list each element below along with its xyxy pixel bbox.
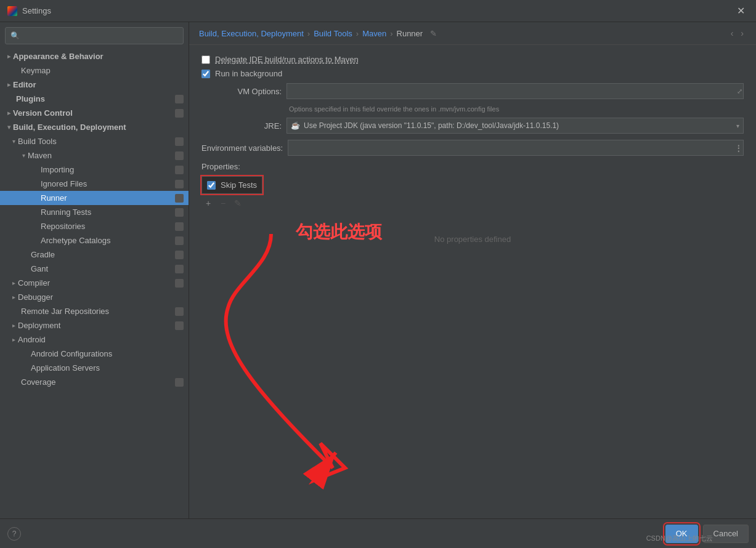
- jre-row: JRE: ☕ Use Project JDK (java version "11…: [201, 118, 744, 134]
- content-area: 🔍 ▸Appearance & BehaviorKeymap▸EditorPlu…: [0, 22, 756, 518]
- sidebar-badge-maven: [175, 151, 184, 160]
- env-vars-input-wrapper: ⋮: [288, 140, 744, 156]
- sidebar-item-gradle[interactable]: Gradle: [0, 248, 189, 262]
- bottom-bar: ? OK Cancel: [0, 518, 756, 548]
- sidebar-item-repositories[interactable]: Repositories: [0, 219, 189, 233]
- toolbar-buttons: + − ✎: [201, 196, 744, 210]
- sidebar-item-label-debugger: Debugger: [18, 292, 53, 302]
- title-bar: Settings ✕: [0, 0, 756, 22]
- run-background-checkbox[interactable]: [201, 70, 210, 78]
- close-button[interactable]: ✕: [733, 4, 749, 18]
- breadcrumb-part-2[interactable]: Maven: [362, 29, 386, 38]
- sidebar-item-gant[interactable]: Gant: [0, 262, 189, 276]
- sidebar-item-label-importing: Importing: [41, 165, 74, 174]
- sidebar-badge-gant: [175, 265, 184, 273]
- sidebar-item-coverage[interactable]: Coverage: [0, 375, 189, 389]
- breadcrumb-bar: Build, Execution, Deployment › Build Too…: [189, 22, 756, 45]
- nav-forward-button[interactable]: ›: [738, 28, 746, 38]
- browse-icon[interactable]: ⋮: [734, 143, 742, 153]
- expand-arrow-maven: ▾: [22, 152, 25, 159]
- breadcrumb-sep-1: ›: [356, 29, 359, 38]
- sidebar-badge-coverage: [175, 378, 184, 387]
- panel-content: Delegate IDE build/run actions to Maven …: [189, 45, 756, 518]
- sidebar-item-debugger[interactable]: ▸Debugger: [0, 290, 189, 304]
- sidebar-item-importing[interactable]: Importing: [0, 163, 189, 177]
- sidebar-item-running-tests[interactable]: Running Tests: [0, 205, 189, 219]
- delegate-checkbox[interactable]: [201, 55, 210, 64]
- sidebar-badge-build-tools: [175, 137, 184, 146]
- sidebar-item-application-servers[interactable]: Application Servers: [0, 361, 189, 375]
- sidebar-item-build-tools[interactable]: ▾Build Tools: [0, 134, 189, 148]
- expand-arrow-android: ▸: [12, 336, 15, 343]
- sidebar-badge-repositories: [175, 222, 184, 231]
- sidebar-item-build-exec-deploy[interactable]: ▾Build, Execution, Deployment: [0, 120, 189, 134]
- breadcrumb-part-0[interactable]: Build, Execution, Deployment: [199, 29, 304, 38]
- sidebar-item-label-version-control: Version Control: [13, 108, 73, 118]
- vm-options-input-wrapper: ⤢: [287, 83, 744, 99]
- skip-tests-box[interactable]: Skip Tests: [201, 176, 262, 194]
- env-vars-label: Environment variables:: [201, 143, 283, 153]
- sidebar-item-version-control[interactable]: ▸Version Control: [0, 106, 189, 120]
- jre-select[interactable]: ☕ Use Project JDK (java version "11.0.15…: [287, 118, 744, 134]
- action-buttons: OK Cancel: [665, 525, 749, 543]
- app-icon: [7, 6, 17, 16]
- properties-label: Properties:: [201, 162, 744, 171]
- sidebar-badge-deployment: [175, 321, 184, 330]
- sidebar-item-label-repositories: Repositories: [41, 222, 85, 231]
- settings-dialog: Settings ✕ 🔍 ▸Appearance & BehaviorKeyma…: [0, 0, 756, 548]
- sidebar-badge-running-tests: [175, 208, 184, 217]
- jre-label: JRE:: [201, 121, 282, 131]
- delegate-checkbox-row: Delegate IDE build/run actions to Maven: [201, 55, 744, 64]
- sidebar: 🔍 ▸Appearance & BehaviorKeymap▸EditorPlu…: [0, 22, 189, 518]
- no-properties-text: No properties defined: [201, 235, 744, 244]
- expand-arrow-version-control: ▸: [7, 110, 10, 116]
- sidebar-item-archetype-catalogs[interactable]: Archetype Catalogs: [0, 233, 189, 248]
- remove-property-button[interactable]: −: [216, 196, 230, 210]
- sidebar-item-label-runner: Runner: [41, 193, 67, 203]
- breadcrumb-edit-icon[interactable]: ✎: [430, 29, 437, 38]
- run-background-label[interactable]: Run in background: [215, 69, 282, 78]
- delegate-label[interactable]: Delegate IDE build/run actions to Maven: [215, 55, 359, 64]
- expand-arrow-compiler: ▸: [12, 280, 15, 286]
- vm-options-row: VM Options: ⤢: [201, 83, 744, 99]
- search-input[interactable]: [22, 31, 178, 40]
- help-button[interactable]: ?: [7, 527, 21, 541]
- search-box[interactable]: 🔍: [5, 27, 184, 44]
- sidebar-item-android-configurations[interactable]: Android Configurations: [0, 347, 189, 361]
- env-vars-input[interactable]: [288, 140, 744, 156]
- cancel-button[interactable]: Cancel: [703, 525, 749, 543]
- sidebar-badge-ignored-files: [175, 180, 184, 188]
- vm-options-hint: Options specified in this field override…: [201, 105, 744, 113]
- expand-arrow-appearance: ▸: [7, 53, 10, 60]
- sidebar-item-runner[interactable]: Runner: [0, 191, 189, 205]
- nav-list: ▸Appearance & BehaviorKeymap▸EditorPlugi…: [0, 49, 189, 389]
- sidebar-item-appearance[interactable]: ▸Appearance & Behavior: [0, 49, 189, 63]
- breadcrumb-part-1[interactable]: Build Tools: [314, 29, 352, 38]
- sidebar-item-label-keymap: Keymap: [21, 66, 51, 75]
- sidebar-item-deployment[interactable]: ▸Deployment: [0, 318, 189, 332]
- breadcrumb-sep-2: ›: [390, 29, 392, 38]
- sidebar-item-label-compiler: Compiler: [18, 278, 50, 288]
- sidebar-badge-version-control: [175, 109, 184, 118]
- sidebar-item-label-ignored-files: Ignored Files: [41, 179, 87, 188]
- sidebar-item-label-android-configurations: Android Configurations: [31, 349, 112, 358]
- sidebar-item-compiler[interactable]: ▸Compiler: [0, 276, 189, 290]
- sidebar-item-keymap[interactable]: Keymap: [0, 63, 189, 78]
- skip-tests-label[interactable]: Skip Tests: [221, 180, 257, 190]
- add-property-button[interactable]: +: [201, 196, 215, 210]
- dialog-title: Settings: [22, 6, 51, 15]
- sidebar-item-plugins[interactable]: Plugins: [0, 92, 189, 106]
- nav-back-button[interactable]: ‹: [728, 28, 736, 38]
- vm-options-input[interactable]: [287, 83, 744, 99]
- expand-icon[interactable]: ⤢: [737, 87, 742, 95]
- sidebar-badge-gradle: [175, 251, 184, 259]
- breadcrumb-sep-0: ›: [307, 29, 310, 38]
- sidebar-item-remote-jar[interactable]: Remote Jar Repositories: [0, 304, 189, 318]
- edit-property-button[interactable]: ✎: [231, 196, 245, 210]
- ok-button[interactable]: OK: [665, 525, 698, 543]
- skip-tests-checkbox[interactable]: [207, 181, 216, 190]
- sidebar-item-ignored-files[interactable]: Ignored Files: [0, 177, 189, 191]
- sidebar-item-maven[interactable]: ▾Maven: [0, 148, 189, 163]
- sidebar-item-android[interactable]: ▸Android: [0, 332, 189, 347]
- sidebar-item-editor[interactable]: ▸Editor: [0, 78, 189, 92]
